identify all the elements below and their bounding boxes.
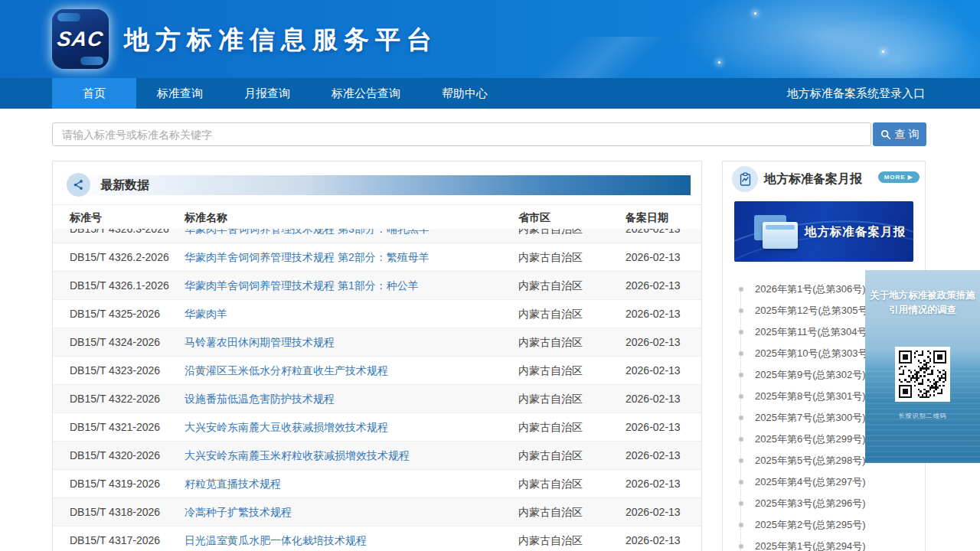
standard-no: DB15/T 4323-2026: [70, 357, 160, 384]
standard-no: DB15/T 4320-2026: [70, 442, 160, 469]
sparkle-icon: [882, 51, 884, 53]
filing-date: 2026-02-13: [626, 357, 681, 384]
more-button[interactable]: MORE ▶: [878, 171, 920, 183]
monthly-report-item[interactable]: 2025年第2号(总第295号): [723, 514, 925, 536]
standard-name-link[interactable]: 沿黄灌区玉米低水分籽粒直收生产技术规程: [185, 357, 388, 384]
region: 内蒙古自治区: [518, 413, 583, 441]
region: 内蒙古自治区: [518, 470, 583, 497]
standard-name-link[interactable]: 华蒙肉羊舍饲饲养管理技术规程 第3部分：哺乳羔羊: [185, 229, 430, 243]
sac-logo-text: SAC: [56, 28, 105, 51]
standard-name-link[interactable]: 日光温室黄瓜水肥一体化栽培技术规程: [185, 527, 367, 551]
standard-name-link[interactable]: 大兴安岭东南麓大豆收获减损增效技术规程: [185, 413, 388, 441]
table-row: DB15/T 4321-2026 大兴安岭东南麓大豆收获减损增效技术规程 内蒙古…: [53, 412, 701, 441]
filing-date: 2026-02-13: [626, 413, 681, 441]
table-row: DB15/T 4318-2026 冷蒿种子扩繁技术规程 内蒙古自治区 2026-…: [53, 497, 701, 526]
nav-tab-home[interactable]: 首页: [52, 78, 136, 109]
filing-date: 2026-02-13: [626, 385, 681, 412]
qr-caption: 长按识别二维码: [865, 412, 980, 420]
nav-tabs: 首页 标准查询 月报查询 标准公告查询 帮助中心: [52, 78, 508, 109]
table-row: DB15/T 4326.2-2026 华蒙肉羊舍饲饲养管理技术规程 第2部分：繁…: [53, 243, 701, 271]
filing-date: 2026-02-13: [626, 470, 681, 497]
qr-code: [895, 347, 950, 402]
table-row: DB15/T 4319-2026 籽粒苋直播技术规程 内蒙古自治区 2026-0…: [53, 469, 701, 497]
table-row: DB15/T 4317-2026 日光温室黄瓜水肥一体化栽培技术规程 内蒙古自治…: [53, 526, 701, 551]
standard-name-link[interactable]: 冷蒿种子扩繁技术规程: [185, 498, 292, 526]
region: 内蒙古自治区: [518, 300, 583, 328]
column-header-standard-name: 标准名称: [185, 205, 227, 230]
search-input[interactable]: [52, 122, 871, 146]
page: SAC 地方标准信息服务平台 首页 标准查询 月报查询 标准公告查询 帮助中心 …: [0, 0, 980, 551]
table-row: DB15/T 4326.3-2026 华蒙肉羊舍饲饲养管理技术规程 第3部分：哺…: [53, 229, 701, 243]
standard-no: DB15/T 4326.1-2026: [70, 272, 169, 299]
nav-tab-monthly-report[interactable]: 月报查询: [224, 78, 311, 109]
region: 内蒙古自治区: [518, 272, 583, 299]
monthly-report-item[interactable]: 2025年第4号(总第297号): [723, 471, 925, 493]
filing-date: 2026-02-13: [626, 229, 681, 243]
nav-tab-standard-search[interactable]: 标准查询: [136, 78, 224, 109]
standard-name-link[interactable]: 设施番茄低温危害防护技术规程: [185, 385, 335, 412]
standard-no: DB15/T 4317-2026: [70, 527, 160, 551]
filing-date: 2026-02-13: [626, 300, 681, 328]
standard-name-link[interactable]: 大兴安岭东南麓玉米籽粒收获减损增效技术规程: [185, 442, 410, 469]
survey-popup[interactable]: 关于地方标准被政策措施 引用情况的调查 长按识别二维码: [865, 270, 980, 463]
search-button-label: 查 询: [895, 128, 920, 142]
filing-date: 2026-02-13: [626, 442, 681, 469]
standard-no: DB15/T 4322-2026: [70, 385, 160, 412]
table-row: DB15/T 4326.1-2026 华蒙肉羊舍饲饲养管理技术规程 第1部分：种…: [53, 271, 701, 299]
latest-data-panel: 最新数据 标准号 标准名称 省市区 备案日期 DB15/T 4326.3-202…: [52, 161, 702, 551]
standard-no: DB15/T 4325-2026: [70, 300, 160, 328]
monthly-report-item[interactable]: 2025年第1号(总第294号): [723, 536, 925, 551]
window-icon: [763, 222, 798, 249]
monthly-report-banner[interactable]: 地方标准备案月报: [734, 201, 913, 262]
standard-no: DB15/T 4319-2026: [70, 470, 160, 497]
table-row: DB15/T 4324-2026 马铃薯农田休闲期管理技术规程 内蒙古自治区 2…: [53, 328, 701, 356]
standard-no: DB15/T 4321-2026: [70, 413, 160, 441]
standard-name-link[interactable]: 籽粒苋直播技术规程: [185, 470, 281, 497]
clipboard-icon: [732, 166, 758, 192]
sparkle-icon: [718, 61, 720, 64]
main-navbar: 首页 标准查询 月报查询 标准公告查询 帮助中心 地方标准备案系统登录入口: [0, 78, 980, 109]
monthly-report-item[interactable]: 2025年第3号(总第296号): [723, 493, 925, 514]
filing-date: 2026-02-13: [626, 328, 681, 356]
filing-date: 2026-02-13: [626, 243, 681, 271]
latest-data-title: 最新数据: [100, 175, 149, 195]
column-header-filing-date: 备案日期: [626, 205, 668, 230]
search-button[interactable]: 查 询: [873, 122, 926, 146]
table-row: DB15/T 4325-2026 华蒙肉羊 内蒙古自治区 2026-02-13: [53, 299, 701, 328]
table-row: DB15/T 4322-2026 设施番茄低温危害防护技术规程 内蒙古自治区 2…: [53, 384, 701, 412]
table-row: DB15/T 4323-2026 沿黄灌区玉米低水分籽粒直收生产技术规程 内蒙古…: [53, 356, 701, 384]
filing-date: 2026-02-13: [626, 498, 681, 526]
region: 内蒙古自治区: [518, 357, 583, 384]
survey-title-line2: 引用情况的调查: [865, 303, 980, 318]
banner-title: 地方标准备案月报: [805, 201, 906, 262]
nav-tab-help-center[interactable]: 帮助中心: [421, 78, 508, 109]
share-icon: [67, 173, 90, 197]
table-header-row: 标准号 标准名称 省市区 备案日期: [53, 204, 701, 229]
search-icon: [880, 129, 891, 140]
header-light-streak: [459, 37, 750, 78]
monthly-report-title: 地方标准备案月报: [764, 161, 862, 197]
filing-system-login-link[interactable]: 地方标准备案系统登录入口: [787, 78, 925, 109]
nav-tab-announcement-search[interactable]: 标准公告查询: [311, 78, 421, 109]
standard-name-link[interactable]: 华蒙肉羊: [185, 300, 227, 328]
column-header-region: 省市区: [518, 205, 550, 230]
latest-data-header-bar: 最新数据: [65, 175, 691, 195]
standard-name-link[interactable]: 华蒙肉羊舍饲饲养管理技术规程 第1部分：种公羊: [185, 272, 419, 299]
filing-date: 2026-02-13: [626, 272, 681, 299]
site-title: 地方标准信息服务平台: [124, 23, 438, 57]
table-row: DB15/T 4320-2026 大兴安岭东南麓玉米籽粒收获减损增效技术规程 内…: [53, 441, 701, 469]
site-header: SAC 地方标准信息服务平台: [0, 0, 980, 78]
region: 内蒙古自治区: [518, 527, 583, 551]
region: 内蒙古自治区: [518, 243, 583, 271]
survey-popup-title: 关于地方标准被政策措施 引用情况的调查: [865, 289, 980, 318]
standard-name-link[interactable]: 马铃薯农田休闲期管理技术规程: [185, 328, 335, 356]
region: 内蒙古自治区: [518, 328, 583, 356]
region: 内蒙古自治区: [518, 385, 583, 412]
sac-logo[interactable]: SAC: [52, 9, 109, 69]
filing-date: 2026-02-13: [626, 527, 681, 551]
standard-no: DB15/T 4318-2026: [70, 498, 160, 526]
standard-name-link[interactable]: 华蒙肉羊舍饲饲养管理技术规程 第2部分：繁殖母羊: [185, 243, 430, 271]
table-body: DB15/T 4326.3-2026 华蒙肉羊舍饲饲养管理技术规程 第3部分：哺…: [53, 229, 701, 551]
region: 内蒙古自治区: [518, 498, 583, 526]
region: 内蒙古自治区: [518, 442, 583, 469]
